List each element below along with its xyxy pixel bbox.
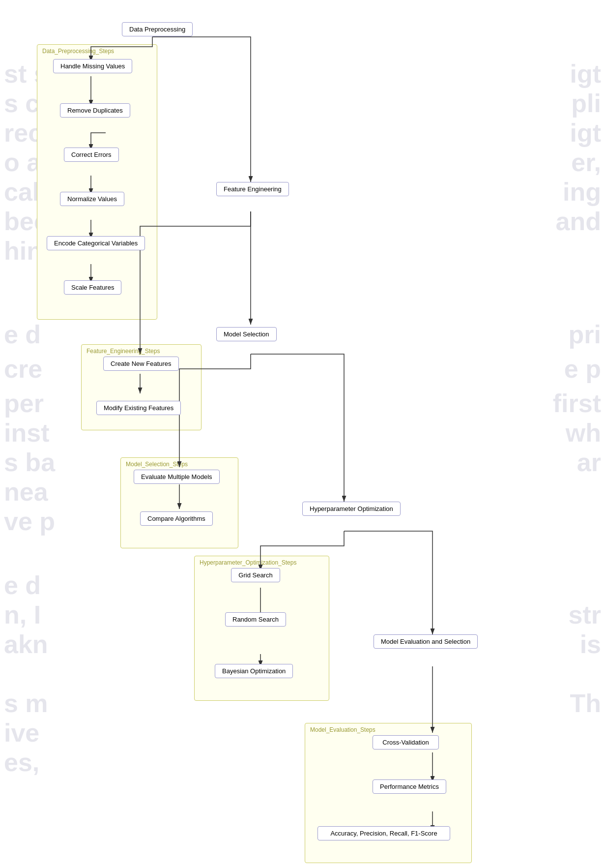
watermark-r2: pli — [571, 89, 601, 118]
watermark-9: cre — [4, 354, 42, 384]
grid-search-node: Grid Search — [231, 568, 280, 582]
scale-features-node: Scale Features — [64, 280, 121, 295]
group-label-ms: Model_Selection_Steps — [126, 461, 188, 468]
watermark-r11: ar — [577, 448, 601, 477]
watermark-r12: str — [569, 600, 601, 629]
model-selection-node: Model Selection — [216, 327, 277, 341]
remove-duplicates-node: Remove Duplicates — [60, 103, 130, 118]
watermark-10: per — [4, 389, 44, 418]
watermark-r4: er, — [571, 148, 601, 177]
data-preprocessing-node: Data Preprocessing — [122, 22, 193, 36]
accuracy-precision-node: Accuracy, Precision, Recall, F1-Score — [317, 826, 450, 840]
evaluate-multiple-node: Evaluate Multiple Models — [134, 470, 220, 484]
watermark-20: es, — [4, 748, 39, 777]
group-label-fe: Feature_Engineering_Steps — [86, 348, 160, 355]
encode-categorical-node: Encode Categorical Variables — [47, 236, 145, 250]
handle-missing-node: Handle Missing Values — [53, 59, 132, 73]
group-label-dp: Data_Preprocessing_Steps — [42, 48, 114, 55]
watermark-19: ive — [4, 718, 39, 748]
model-eval-selection-node: Model Evaluation and Selection — [374, 634, 478, 649]
watermark-11: inst — [4, 418, 49, 448]
compare-algorithms-node: Compare Algorithms — [140, 511, 213, 526]
watermark-17: akn — [4, 629, 48, 659]
bayesian-opt-node: Bayesian Optimization — [215, 664, 293, 678]
watermark-r3: igt — [570, 118, 601, 148]
watermark-r6: and — [556, 207, 601, 236]
watermark-r7: pri — [569, 320, 601, 349]
correct-errors-node: Correct Errors — [64, 148, 119, 162]
group-label-me: Model_Evaluation_Steps — [310, 726, 375, 733]
normalize-values-node: Normalize Values — [60, 192, 124, 206]
watermark-5: cal — [4, 177, 39, 207]
feature-engineering-node: Feature Engineering — [216, 182, 289, 196]
random-search-node: Random Search — [225, 612, 286, 627]
watermark-r9: first — [553, 389, 601, 418]
watermark-16: n, I — [4, 600, 41, 629]
modify-existing-node: Modify Existing Features — [96, 401, 181, 415]
group-label-ho: Hyperparameter_Optimization_Steps — [200, 559, 296, 566]
create-new-features-node: Create New Features — [103, 357, 179, 371]
data-preprocessing-steps-group: Data_Preprocessing_Steps — [37, 44, 157, 320]
watermark-4: o a — [4, 148, 41, 177]
watermark-18: s m — [4, 688, 48, 718]
performance-metrics-node: Performance Metrics — [373, 779, 446, 794]
watermark-r10: wh — [566, 418, 601, 448]
watermark-14: ve p — [4, 507, 55, 536]
watermark-13: nea — [4, 477, 48, 507]
cross-validation-node: Cross-Validation — [373, 735, 439, 749]
watermark-r14: Th — [570, 688, 601, 718]
hyperparameter-opt-node: Hyperparameter Optimization — [302, 502, 401, 516]
watermark-r1: igt — [570, 59, 601, 89]
watermark-r13: is — [580, 629, 601, 659]
diagram: st st s cl rec o a cal bec hin e d cre p… — [0, 0, 605, 868]
watermark-r5: ing — [563, 177, 601, 207]
watermark-8: e d — [4, 320, 41, 349]
watermark-12: s ba — [4, 448, 55, 477]
watermark-r8: e p — [564, 354, 601, 384]
watermark-15: e d — [4, 570, 41, 600]
